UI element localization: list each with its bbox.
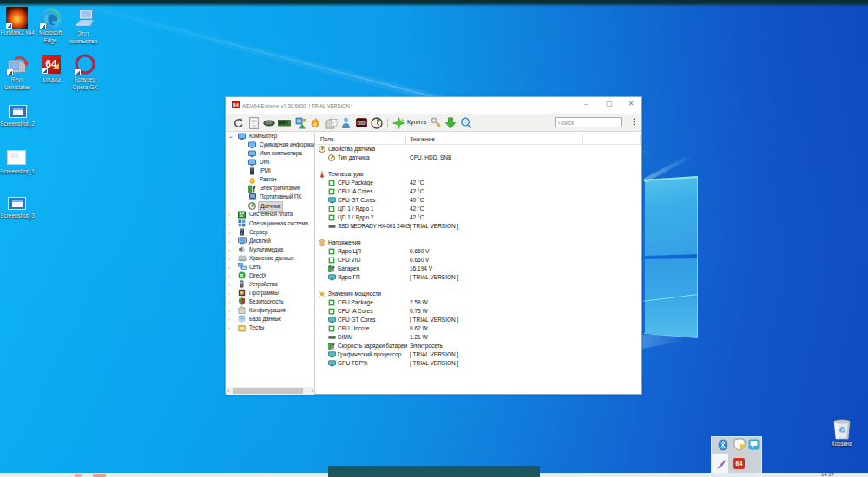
svg-text:OSD: OSD [358, 121, 367, 126]
